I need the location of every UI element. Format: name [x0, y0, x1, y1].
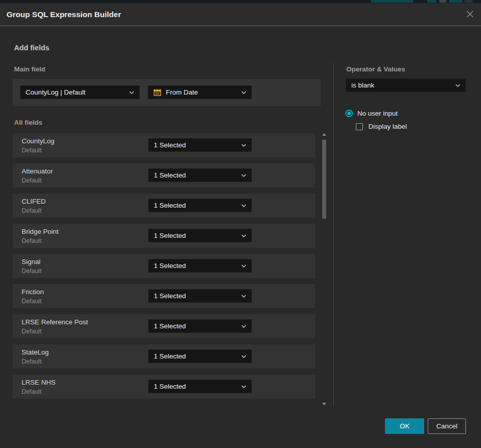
main-field-panel: CountyLog | Default From Date [13, 79, 321, 106]
background-toolbar-fragment [439, 0, 446, 3]
field-selected-dropdown[interactable]: 1 Selected [148, 229, 252, 242]
operator-value: is blank [351, 81, 452, 89]
background-toolbar-fragment [464, 0, 472, 3]
field-name: Bridge Point [22, 228, 59, 235]
field-selected-value: 1 Selected [154, 352, 238, 360]
dialog-title: Group SQL Expression Builder [7, 3, 121, 26]
operator-values-heading: Operator & Values [346, 65, 405, 73]
field-subtitle: Default [22, 328, 42, 335]
field-name: StateLog [22, 348, 49, 356]
field-row: Bridge Point Default 1 Selected [13, 224, 315, 248]
field-selected-value: 1 Selected [154, 292, 238, 300]
chevron-down-icon [241, 385, 246, 388]
field-row: Signal Default 1 Selected [13, 254, 315, 278]
vertical-divider [333, 63, 334, 406]
chevron-down-icon [241, 144, 246, 147]
group-sql-expression-builder-dialog: Group SQL Expression Builder Add fields … [0, 3, 481, 448]
main-field-source-dropdown[interactable]: CountyLog | Default [20, 85, 140, 99]
display-label-text: Display label [368, 123, 407, 130]
field-subtitle: Default [22, 267, 42, 275]
radio-selected-icon[interactable] [345, 110, 353, 117]
chevron-down-icon [241, 174, 246, 177]
field-subtitle: Default [22, 147, 42, 154]
field-row: LRSE NHS Default 1 Selected [13, 375, 315, 399]
chevron-down-icon [241, 91, 246, 94]
field-name: Signal [22, 258, 41, 265]
dialog-titlebar: Group SQL Expression Builder [0, 3, 481, 26]
field-selected-value: 1 Selected [154, 171, 238, 179]
field-selected-value: 1 Selected [154, 383, 238, 390]
field-name: Attenuator [22, 167, 53, 175]
chevron-down-icon [241, 234, 246, 237]
field-row: CLIFED Default 1 Selected [13, 194, 315, 218]
field-subtitle: Default [22, 298, 42, 305]
chevron-down-icon [455, 84, 460, 87]
field-name: CountyLog [22, 137, 54, 145]
field-subtitle: Default [22, 358, 42, 365]
field-row: Friction Default 1 Selected [13, 284, 315, 308]
background-toolbar-fragment [427, 0, 436, 3]
chevron-down-icon [241, 355, 246, 358]
fields-scrollbar [322, 132, 327, 407]
close-icon[interactable] [465, 10, 474, 19]
all-fields-label: All fields [14, 119, 42, 126]
field-selected-value: 1 Selected [154, 262, 238, 270]
field-row: StateLog Default 1 Selected [13, 344, 315, 369]
field-subtitle: Default [22, 177, 42, 184]
chevron-down-icon [241, 325, 246, 328]
field-row: Attenuator Default 1 Selected [13, 163, 315, 188]
field-selected-dropdown[interactable]: 1 Selected [148, 319, 252, 333]
main-field-source-value: CountyLog | Default [26, 88, 126, 96]
field-name: LRSE NHS [22, 379, 56, 386]
display-label-option[interactable]: Display label [356, 123, 407, 130]
scrollbar-up-arrow-icon[interactable] [322, 133, 326, 136]
field-selected-value: 1 Selected [154, 202, 238, 209]
background-toolbar-fragment [449, 0, 462, 3]
main-field-field-value: From Date [166, 88, 238, 96]
field-selected-dropdown[interactable]: 1 Selected [148, 349, 252, 363]
field-selected-dropdown[interactable]: 1 Selected [148, 199, 252, 212]
scrollbar-thumb[interactable] [322, 140, 326, 219]
background-toolbar-fragment [371, 0, 413, 3]
field-subtitle: Default [22, 388, 42, 395]
field-row: LRSE Reference Post Default 1 Selected [13, 314, 315, 338]
field-selected-dropdown[interactable]: 1 Selected [148, 380, 252, 393]
chevron-down-icon [241, 295, 246, 298]
checkbox-unchecked-icon[interactable] [356, 123, 363, 130]
scrollbar-down-arrow-icon[interactable] [322, 403, 326, 405]
chevron-down-icon [241, 204, 246, 207]
field-selected-dropdown[interactable]: 1 Selected [148, 168, 252, 182]
field-name: Friction [22, 288, 44, 296]
field-selected-dropdown[interactable]: 1 Selected [148, 138, 252, 152]
field-selected-dropdown[interactable]: 1 Selected [148, 289, 252, 303]
field-selected-value: 1 Selected [154, 141, 238, 149]
field-name: CLIFED [22, 198, 46, 205]
main-field-field-dropdown[interactable]: From Date [148, 85, 252, 99]
field-name: LRSE Reference Post [22, 318, 88, 326]
add-fields-heading: Add fields [14, 44, 49, 52]
field-selected-dropdown[interactable]: 1 Selected [148, 259, 252, 273]
field-subtitle: Default [22, 237, 42, 244]
field-selected-value: 1 Selected [154, 232, 238, 239]
operator-dropdown[interactable]: is blank [346, 78, 466, 92]
field-subtitle: Default [22, 207, 42, 214]
no-user-input-label: No user input [357, 110, 398, 117]
calendar-date-icon [153, 88, 161, 97]
all-fields-list: CountyLog Default 1 Selected Attenuator … [13, 133, 315, 399]
cancel-button[interactable]: Cancel [428, 418, 466, 434]
main-field-label: Main field [14, 65, 45, 73]
chevron-down-icon [129, 91, 134, 94]
no-user-input-option[interactable]: No user input [345, 110, 398, 117]
chevron-down-icon [241, 264, 246, 267]
field-row: CountyLog Default 1 Selected [13, 133, 315, 157]
field-selected-value: 1 Selected [154, 322, 238, 330]
ok-button[interactable]: OK [385, 418, 424, 434]
